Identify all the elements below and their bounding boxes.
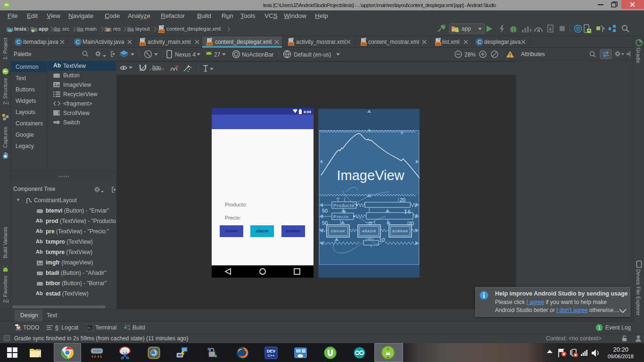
svg-text:C: C [17,39,20,45]
svg-text:16: 16 [404,209,412,214]
svg-text:ImageView: ImageView [337,168,405,183]
svg-text:8:00: 8:00 [304,110,312,114]
svg-text:C: C [478,39,481,45]
svg-text:10: 10 [127,328,131,330]
svg-text:8: 8 [401,131,403,135]
svg-text:=: = [16,325,17,327]
svg-text:28%: 28% [464,51,476,58]
svg-text:AÑADIR: AÑADIR [362,229,376,233]
svg-text:a: a [537,28,540,33]
svg-text:10: 10 [379,237,385,243]
svg-text:BORRAR: BORRAR [392,230,408,233]
svg-text:Precio:: Precio: [333,214,350,219]
svg-text:DEV: DEV [267,349,276,354]
svg-text:C: C [76,39,80,45]
svg-text:NoActionBar: NoActionBar [242,51,273,58]
svg-text:app: app [462,25,471,32]
svg-text:ENVIAR: ENVIAR [331,230,345,233]
svg-text:>_: >_ [88,326,92,330]
svg-text:20: 20 [400,197,405,203]
svg-text:50: 50 [322,220,328,226]
svg-text:8dp: 8dp [152,65,161,70]
svg-text:27: 27 [214,51,221,58]
svg-text:<>: <> [159,29,164,33]
svg-text:Default (en-us): Default (en-us) [294,51,331,58]
svg-text:20: 20 [408,221,414,226]
svg-text:50: 50 [322,208,328,214]
svg-text:<>: <> [140,42,145,46]
svg-text:C++: C++ [267,354,274,358]
svg-text:Nexus 4: Nexus 4 [175,51,196,58]
svg-text:01: 01 [127,324,131,327]
svg-text:Producto:: Producto: [333,203,356,208]
svg-text:1: 1 [598,325,601,330]
